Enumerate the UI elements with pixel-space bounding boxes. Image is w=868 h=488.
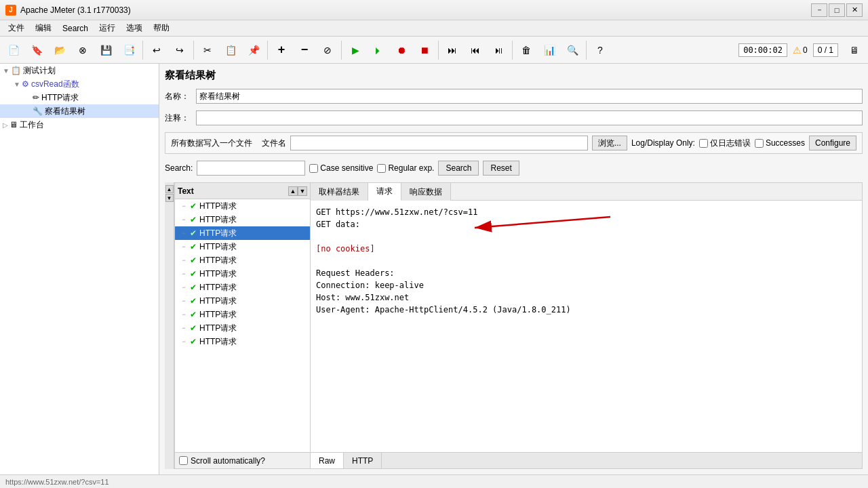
main-layout: ▼ 📋 测试计划 ▼ ⚙ csvRead函数 ✏ HTTP请求 🔧 察看结果树 …: [0, 64, 868, 474]
detail-headers-line: Request Headers:: [316, 267, 856, 279]
add-button[interactable]: +: [271, 39, 292, 61]
file-path-input[interactable]: [290, 136, 588, 150]
paste-button[interactable]: 📌: [243, 39, 264, 61]
check-9: ✔: [190, 323, 197, 333]
tree-label-http-edit: HTTP请求: [41, 92, 79, 104]
run-nopause-button[interactable]: ⏵: [368, 39, 389, 61]
case-sensitive-checkbox[interactable]: [309, 164, 318, 173]
undo-button[interactable]: ↩: [146, 39, 167, 61]
dash-10: －: [180, 337, 187, 346]
minimize-button[interactable]: －: [811, 3, 827, 17]
file-section: 所有数据写入一个文件 文件名 浏览... Log/Display Only: 仅…: [165, 132, 863, 154]
bottom-tab-raw[interactable]: Raw: [311, 453, 344, 468]
item-label-4: HTTP请求: [199, 255, 237, 266]
expand-icon-workbench[interactable]: ▷: [3, 121, 8, 129]
save-all-button[interactable]: 📑: [118, 39, 140, 61]
run-button[interactable]: ▶: [344, 39, 366, 61]
list-item-10[interactable]: － ✔ HTTP请求: [175, 335, 310, 348]
report-button[interactable]: 📊: [538, 39, 560, 61]
warning-icon: ⚠: [793, 45, 802, 56]
status-text: https://www.51zxw.net/?csv=11: [5, 478, 109, 486]
search-toolbar-button[interactable]: 🔍: [561, 39, 583, 61]
comment-input[interactable]: [196, 110, 863, 125]
detail-url-line: GET https://www.51zxw.net/?csv=11: [316, 206, 856, 218]
clear-button[interactable]: ⊘: [317, 39, 338, 61]
remove-button[interactable]: −: [294, 39, 315, 61]
regular-exp-text: Regular exp.: [388, 163, 434, 173]
errors-checkbox[interactable]: [699, 139, 708, 148]
successes-checkbox[interactable]: [755, 139, 764, 148]
toolbar-sep-5: [438, 41, 439, 60]
new-button[interactable]: 📄: [3, 39, 24, 61]
stop-now-button[interactable]: ⏹: [414, 39, 435, 61]
right-panel: 察看结果树 名称： 注释： 所有数据写入一个文件 文件名 浏览... Log/D…: [159, 64, 868, 474]
save-button[interactable]: 💾: [95, 39, 117, 61]
regular-exp-checkbox[interactable]: [377, 164, 386, 173]
scroll-up-button[interactable]: ▲: [288, 186, 298, 196]
remote-stop-all-button[interactable]: ⏯: [488, 39, 509, 61]
list-item-1[interactable]: － ✔ HTTP请求: [175, 213, 310, 226]
tree-item-watch[interactable]: 🔧 察看结果树: [0, 104, 159, 118]
menu-options[interactable]: 选项: [121, 21, 148, 36]
bottom-tabs: Raw HTTP: [311, 452, 862, 468]
monitor-button[interactable]: 🖥: [844, 39, 865, 61]
clear-all-button[interactable]: 🗑: [515, 39, 537, 61]
close-button[interactable]: ✕: [846, 3, 863, 17]
check-7: ✔: [190, 296, 197, 306]
tree-item-http-edit[interactable]: ✏ HTTP请求: [0, 91, 159, 104]
menu-help[interactable]: 帮助: [148, 21, 175, 36]
templates-button[interactable]: 🔖: [26, 39, 47, 61]
maximize-button[interactable]: □: [829, 3, 845, 17]
dash-3: －: [180, 242, 187, 251]
name-input[interactable]: [196, 89, 863, 104]
list-item-3[interactable]: － ✔ HTTP请求: [175, 240, 310, 253]
tree-item-root[interactable]: ▼ 📋 测试计划: [0, 64, 159, 77]
remote-stop-button[interactable]: ⏮: [465, 39, 486, 61]
detail-agent-line: User-Agent: Apache-HttpClient/4.5.2 (Jav…: [316, 304, 856, 316]
search-button[interactable]: Search: [438, 161, 479, 176]
scroll-auto-checkbox[interactable]: [179, 456, 188, 465]
tab-response-data[interactable]: 响应数据: [401, 183, 451, 201]
list-item-4[interactable]: － ✔ HTTP请求: [175, 253, 310, 267]
dash-7: －: [180, 296, 187, 306]
menu-edit[interactable]: 编辑: [30, 21, 57, 36]
list-item-6[interactable]: － ✔ HTTP请求: [175, 281, 310, 294]
item-label-10: HTTP请求: [199, 336, 237, 348]
reset-button[interactable]: Reset: [483, 161, 519, 176]
title-bar-left: J Apache JMeter (3.1 r1770033): [5, 5, 131, 16]
list-item-5[interactable]: － ✔ HTTP请求: [175, 267, 310, 281]
tab-request[interactable]: 请求: [368, 183, 401, 201]
scroll-down-button[interactable]: ▼: [298, 186, 307, 196]
bottom-tab-http[interactable]: HTTP: [344, 453, 382, 468]
menu-run[interactable]: 运行: [94, 21, 121, 36]
copy-button[interactable]: 📋: [220, 39, 241, 61]
expand-icon-csvread[interactable]: ▼: [14, 81, 20, 88]
list-item-2[interactable]: － ✔ HTTP请求: [175, 226, 310, 240]
tab-sampler-result[interactable]: 取样器结果: [311, 183, 368, 201]
list-panel: Text ▲ ▼ － ✔ HTTP请求 － ✔ HTTP请求: [175, 183, 311, 468]
expand-icon-root[interactable]: ▼: [3, 67, 9, 75]
list-item-8[interactable]: － ✔ HTTP请求: [175, 308, 310, 321]
remote-start-button[interactable]: ⏭: [441, 39, 463, 61]
help-button[interactable]: ?: [589, 39, 611, 61]
list-item-9[interactable]: － ✔ HTTP请求: [175, 321, 310, 335]
open-button[interactable]: 📂: [49, 39, 71, 61]
stop-button[interactable]: ⏺: [391, 39, 412, 61]
search-input[interactable]: [197, 161, 305, 176]
close-file-button[interactable]: ⊗: [72, 39, 94, 61]
name-label: 名称：: [165, 91, 192, 102]
tree-item-csvread[interactable]: ▼ ⚙ csvRead函数: [0, 77, 159, 91]
list-item-0[interactable]: － ✔ HTTP请求: [175, 199, 310, 213]
scroll-auto-text: Scroll automatically?: [191, 456, 265, 466]
configure-button[interactable]: Configure: [809, 136, 856, 150]
menu-file[interactable]: 文件: [3, 21, 30, 36]
list-item-7[interactable]: － ✔ HTTP请求: [175, 294, 310, 308]
nav-up-button[interactable]: ▲: [165, 185, 174, 193]
cut-button[interactable]: ✂: [197, 39, 218, 61]
tree-item-workbench[interactable]: ▷ 🖥 工作台: [0, 118, 159, 131]
tree-label-root: 测试计划: [23, 65, 56, 77]
redo-button[interactable]: ↪: [169, 39, 191, 61]
menu-search[interactable]: Search: [57, 21, 94, 36]
browse-button[interactable]: 浏览...: [592, 136, 627, 150]
nav-down-button[interactable]: ▼: [165, 194, 174, 202]
